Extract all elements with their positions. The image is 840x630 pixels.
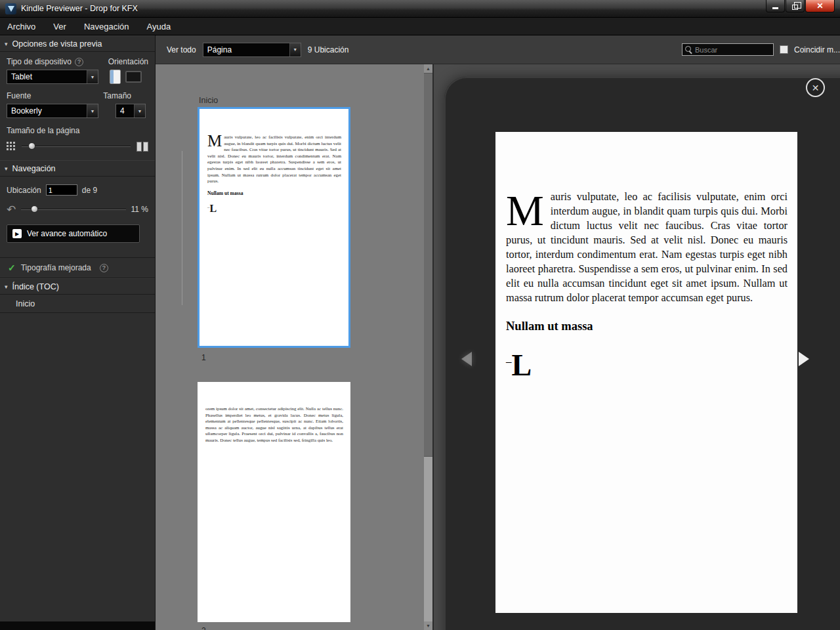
thumbnail-page-1[interactable]: Mauris vulputate, leo ac facilisis vulpu…	[198, 107, 350, 348]
menubar: Archivo Ver Navegación Ayuda	[0, 18, 840, 35]
chevron-down-icon: ▼	[289, 43, 301, 56]
scroll-down-button[interactable]: ▼	[424, 621, 432, 630]
next-page-arrow[interactable]	[799, 352, 809, 366]
page-size-slider[interactable]	[22, 140, 131, 152]
search-group: Coincidir m...	[682, 43, 840, 56]
help-icon[interactable]: ?	[75, 58, 83, 66]
font-dropdown[interactable]: Bookerly ▼	[7, 104, 98, 118]
page-heading: Nullam ut massa	[506, 320, 788, 333]
section-toc[interactable]: ▾ Índice (TOC)	[0, 278, 155, 295]
size-label: Tamaño	[103, 91, 131, 100]
font-size-dropdown[interactable]: 4 ▼	[116, 104, 146, 118]
device-type-value: Tablet	[7, 72, 87, 81]
grid-view-icon	[7, 142, 16, 151]
view-mode-dropdown[interactable]: Página ▼	[203, 43, 301, 57]
match-case-checkbox[interactable]	[780, 45, 788, 54]
menu-archivo[interactable]: Archivo	[7, 22, 35, 32]
section-drop-cap: L	[512, 348, 532, 382]
slider-thumb[interactable]	[28, 142, 35, 150]
titlebar: Kindle Previewer - Drop for KFX ✕	[0, 0, 840, 18]
orientation-label: Orientación	[108, 57, 148, 66]
collapse-icon: ▾	[5, 41, 8, 47]
thumbnail-page-number: 1	[201, 353, 206, 362]
chevron-down-icon: ▼	[87, 104, 98, 117]
match-case-label: Coincidir m...	[794, 45, 840, 54]
previous-page-arrow[interactable]	[461, 352, 472, 366]
section-dash: –	[506, 355, 512, 368]
search-input[interactable]	[695, 46, 770, 54]
orientation-landscape-button[interactable]	[125, 71, 142, 83]
toc-title: Índice (TOC)	[12, 282, 59, 291]
toc-item-inicio[interactable]: Inicio	[0, 295, 155, 313]
enhanced-typography-label: Tipografía mejorada	[21, 263, 91, 272]
slider-thumb[interactable]	[31, 205, 38, 213]
section-navigation[interactable]: ▾ Navegación	[0, 160, 155, 177]
close-icon: ✕	[816, 1, 823, 10]
thumbnail-section-label: Inicio	[199, 96, 218, 105]
orientation-portrait-button[interactable]	[110, 70, 121, 84]
app-window: Kindle Previewer - Drop for KFX ✕ Archiv…	[0, 0, 840, 630]
main-area: Ver todo Página ▼ 9 Ubicación Coincidir …	[156, 35, 840, 630]
scroll-down-icon: ▼	[426, 623, 430, 628]
search-icon	[685, 46, 692, 54]
enhanced-typography-row: ✓ Tipografía mejorada ?	[0, 257, 155, 278]
font-size-value: 4	[116, 106, 134, 116]
minimize-button[interactable]	[766, 0, 785, 12]
thumbnail-page-2[interactable]: orem ipsum dolor sit amet, consectetur a…	[198, 382, 350, 622]
menu-ayuda[interactable]: Ayuda	[147, 22, 171, 32]
sidebar: ▾ Opciones de vista previa Tipo de dispo…	[0, 35, 156, 630]
thumbnail-page-2-content: orem ipsum dolor sit amet, consectetur a…	[198, 382, 350, 444]
close-icon: ✕	[812, 83, 820, 93]
menu-ver[interactable]: Ver	[53, 22, 66, 32]
chevron-down-icon: ▼	[87, 70, 98, 83]
preview-options-panel: Tipo de dispositivo ? Orientación Tablet…	[0, 52, 155, 160]
view-all-label: Ver todo	[167, 45, 196, 54]
location-input[interactable]	[46, 184, 77, 196]
progress-slider[interactable]	[21, 203, 125, 215]
device-type-dropdown[interactable]: Tablet ▼	[7, 70, 98, 84]
window-controls: ✕	[766, 0, 835, 12]
thumbnail-panel: Inicio Mauris vulputate, leo ac facilisi…	[156, 64, 434, 630]
tablet-frame: Mauris vulputate, leo ac facilisis vulpu…	[444, 77, 840, 630]
minimize-icon	[772, 7, 778, 9]
mini-paragraph: orem ipsum dolor sit amet, consectetur a…	[205, 406, 343, 442]
thumbnail-scrollbar[interactable]: ▲ ▼	[424, 64, 432, 630]
mini-paragraph: auris vulputate, leo ac facilisis vulput…	[207, 135, 341, 183]
two-page-view-icon	[136, 142, 148, 152]
location-total: de 9	[82, 186, 97, 195]
panel-splitter[interactable]	[182, 151, 182, 305]
menu-navegacion[interactable]: Navegación	[84, 22, 129, 32]
kindle-previewer-app-icon	[5, 3, 16, 14]
play-icon: ▶	[12, 229, 22, 238]
thumbnail-page-number: 2	[201, 626, 206, 630]
thumbnail-page-1-content: Mauris vulputate, leo ac facilisis vulpu…	[200, 109, 348, 215]
scrollbar-thumb[interactable]	[424, 73, 432, 457]
help-icon[interactable]: ?	[100, 264, 108, 272]
section-preview-options[interactable]: ▾ Opciones de vista previa	[0, 35, 155, 52]
preview-options-title: Opciones de vista previa	[12, 39, 102, 49]
close-preview-button[interactable]: ✕	[806, 78, 825, 97]
maximize-button[interactable]	[786, 0, 805, 12]
mini-heading: Nullam ut massa	[207, 190, 341, 196]
book-page: Mauris vulputate, leo ac facilisis vulpu…	[495, 132, 797, 613]
search-box[interactable]	[682, 43, 774, 56]
mini-section-start: –L	[207, 203, 341, 215]
mini-section-dash: –	[207, 205, 210, 210]
kindle-logo-icon	[8, 6, 14, 12]
back-arrow-icon[interactable]: ↶	[7, 204, 16, 215]
check-icon: ✓	[8, 262, 16, 273]
font-label: Fuente	[7, 91, 31, 100]
drop-cap: M	[506, 190, 551, 227]
maximize-icon	[792, 5, 798, 10]
page-paragraph: Mauris vulputate, leo ac facilisis vulpu…	[506, 190, 788, 305]
auto-advance-button[interactable]: ▶ Ver avance automático	[7, 224, 140, 243]
section-start: –L	[506, 350, 788, 381]
auto-advance-label: Ver avance automático	[27, 229, 107, 238]
orientation-toggle	[110, 70, 142, 84]
close-window-button[interactable]: ✕	[805, 0, 835, 12]
scroll-up-button[interactable]: ▲	[424, 64, 432, 73]
page-size-label: Tamaño de la página	[7, 126, 148, 135]
mini-section-drop-cap: L	[210, 203, 217, 214]
collapse-icon: ▾	[5, 165, 8, 172]
device-type-label: Tipo de dispositivo	[7, 57, 72, 66]
